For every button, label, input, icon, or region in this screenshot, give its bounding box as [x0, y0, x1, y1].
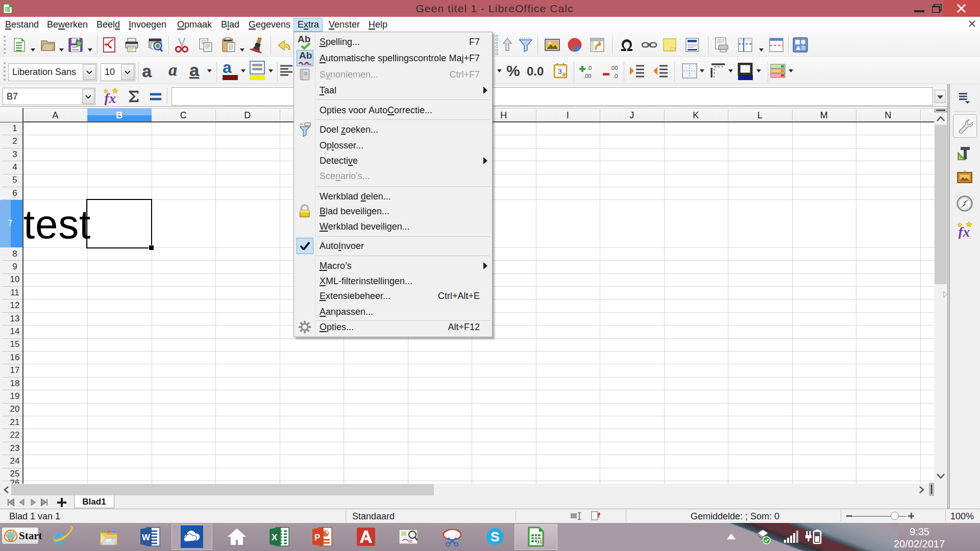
- svg-text:3: 3: [558, 67, 562, 76]
- svg-text:P: P: [314, 533, 320, 542]
- svg-text:S: S: [491, 529, 499, 544]
- svg-text:.0: .0: [587, 65, 592, 71]
- svg-text:X: X: [272, 533, 278, 542]
- svg-text:.00: .00: [610, 65, 618, 71]
- svg-text:.0: .0: [613, 73, 618, 79]
- svg-text:.00: .00: [583, 73, 591, 79]
- svg-text:W: W: [142, 533, 151, 542]
